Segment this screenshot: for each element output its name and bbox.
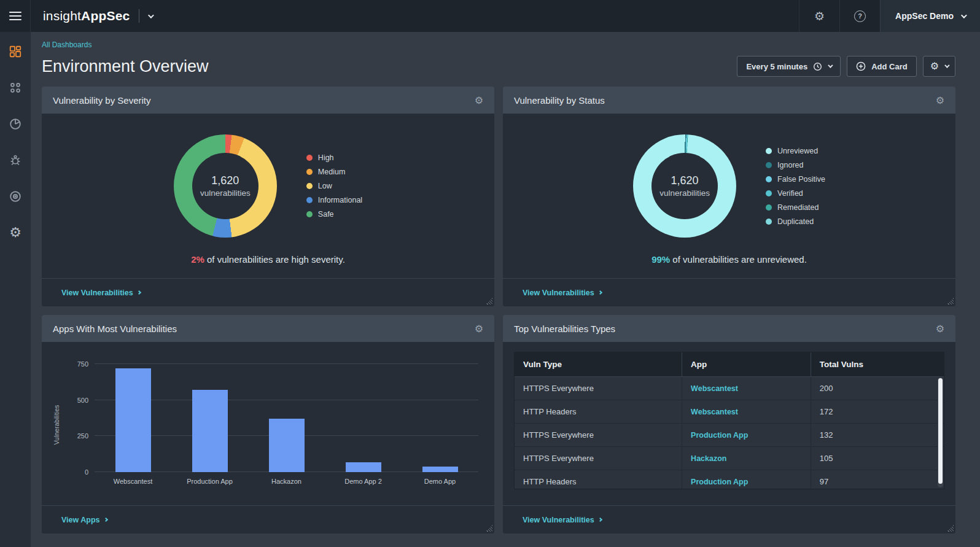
product-switcher[interactable]: insightAppSec: [31, 0, 165, 32]
chevron-right-icon: [598, 290, 602, 295]
app-link[interactable]: Webscantest: [691, 384, 738, 393]
legend-item: Informational: [306, 196, 362, 204]
x-tick-label: Demo App: [402, 478, 478, 485]
cell-app: Hackazon: [682, 447, 811, 470]
hamburger-menu-button[interactable]: [0, 0, 31, 32]
account-menu[interactable]: AppSec Demo: [880, 0, 980, 32]
donut-center: 1,620 vulnerabilities: [651, 153, 718, 219]
y-tick-label: 0: [85, 468, 88, 476]
legend-label: False Positive: [777, 175, 825, 184]
legend-item: Remediated: [766, 203, 825, 212]
card-body: 1,620 vulnerabilities UnreviewedIgnoredF…: [503, 114, 955, 278]
sidebar-item-targets[interactable]: [4, 185, 26, 208]
legend-dot-icon: [766, 219, 772, 225]
donut-chart-area: 1,620 vulnerabilities HighMediumLowInfor…: [42, 114, 494, 238]
legend-label: Duplicated: [777, 217, 814, 226]
vuln-table-body: HTTPS EverywhereWebscantest200HTTP Heade…: [515, 377, 944, 490]
card-settings-gear-icon[interactable]: ⚙: [475, 95, 483, 106]
refresh-interval-button[interactable]: Every 5 minutes: [737, 56, 841, 77]
card-title: Apps With Most Vulnerabilities: [53, 324, 177, 334]
status-legend: UnreviewedIgnoredFalse PositiveVerifiedR…: [766, 147, 825, 226]
bar-chart: Vulnerabilities 0250500750 WebscantestPr…: [95, 364, 478, 485]
sidebar: ⚙: [0, 32, 31, 547]
view-apps-link[interactable]: View Apps: [61, 516, 100, 524]
sidebar-item-vulnerabilities[interactable]: [4, 113, 26, 135]
breadcrumb[interactable]: All Dashboards: [42, 41, 91, 49]
help-icon: ?: [854, 10, 866, 22]
cell-total-vulns: 172: [811, 400, 944, 424]
sidebar-item-settings[interactable]: ⚙: [4, 222, 26, 244]
card-body: Vulnerabilities 0250500750 WebscantestPr…: [42, 342, 494, 505]
legend-item: False Positive: [766, 175, 825, 184]
table-row: HTTP HeadersWebscantest172: [515, 400, 944, 424]
dashboard-settings-button[interactable]: ⚙: [923, 56, 955, 77]
bar: [192, 390, 228, 472]
account-name: AppSec Demo: [895, 11, 954, 21]
clock-icon: [813, 62, 822, 71]
bars: [95, 364, 478, 472]
card-header: Vulnerability by Status ⚙: [503, 87, 955, 114]
y-tick-label: 250: [77, 432, 88, 440]
column-header: Vuln Type: [515, 352, 682, 377]
view-vulnerabilities-link[interactable]: View Vulnerabilities: [523, 516, 594, 524]
bar-slot: [325, 364, 402, 472]
legend-dot-icon: [306, 169, 313, 175]
app-link[interactable]: Production App: [691, 431, 748, 440]
app-link[interactable]: Webscantest: [691, 408, 738, 416]
y-axis-title: Vulnerabilities: [53, 405, 60, 444]
severity-legend: HighMediumLowInformationalSafe: [306, 153, 362, 219]
app-root: insightAppSec ⚙ ? AppSec Demo: [0, 0, 980, 547]
scrollbar-thumb[interactable]: [938, 378, 943, 484]
page-header: Environment Overview Every 5 minutes Add…: [31, 50, 980, 87]
sidebar-item-dashboards[interactable]: [4, 41, 26, 63]
donut-chart-area: 1,620 vulnerabilities UnreviewedIgnoredF…: [503, 114, 955, 238]
legend-dot-icon: [306, 155, 313, 161]
legend-item: High: [306, 153, 362, 162]
card-settings-gear-icon[interactable]: ⚙: [475, 323, 483, 335]
platform-settings-button[interactable]: ⚙: [799, 0, 839, 32]
cell-total-vulns: 132: [811, 424, 944, 447]
chevron-right-icon: [137, 290, 141, 295]
app-link[interactable]: Production App: [691, 478, 748, 486]
legend-item: Ignored: [766, 161, 825, 169]
legend-item: Duplicated: [766, 217, 825, 226]
pie-chart-icon: [9, 117, 22, 131]
column-header: Total Vulns: [811, 352, 944, 377]
chevron-down-icon: [147, 12, 154, 18]
cell-vuln-type: HTTPS Everywhere: [515, 377, 682, 400]
card-settings-gear-icon[interactable]: ⚙: [936, 95, 944, 106]
cell-app: Webscantest: [682, 377, 811, 400]
sidebar-item-scans[interactable]: [4, 149, 26, 171]
card-title: Top Vulnerabilities Types: [514, 324, 615, 334]
legend-item: Safe: [306, 210, 362, 219]
table-scrollbar[interactable]: [938, 378, 943, 487]
card-body: Vuln TypeAppTotal Vulns HTTPS Everywhere…: [503, 342, 955, 505]
product-logo: insightAppSec: [43, 9, 130, 23]
vuln-table: Vuln TypeAppTotal Vulns HTTPS Everywhere…: [515, 352, 944, 489]
sidebar-item-apps[interactable]: [4, 77, 26, 99]
dashboard-controls: Every 5 minutes Add Card ⚙: [737, 56, 955, 77]
bar: [422, 467, 458, 472]
chevron-down-icon: [828, 63, 833, 68]
card-settings-gear-icon[interactable]: ⚙: [936, 323, 944, 335]
x-tick-label: Webscantest: [95, 478, 171, 485]
card-header: Apps With Most Vulnerabilities ⚙: [42, 315, 494, 342]
help-button[interactable]: ?: [839, 0, 880, 32]
donut-center-value: 1,620: [211, 174, 239, 187]
table-row: HTTPS EverywhereWebscantest200: [515, 377, 944, 400]
chevron-down-icon: [961, 12, 967, 18]
cell-total-vulns: 200: [811, 377, 944, 400]
card-title: Vulnerability by Status: [514, 95, 605, 106]
cell-vuln-type: HTTPS Everywhere: [515, 424, 682, 447]
card-body: 1,620 vulnerabilities HighMediumLowInfor…: [42, 114, 494, 278]
y-tick-label: 500: [77, 397, 88, 404]
app-link[interactable]: Hackazon: [691, 454, 726, 463]
legend-dot-icon: [306, 211, 313, 217]
view-vulnerabilities-link[interactable]: View Vulnerabilities: [61, 289, 133, 297]
add-card-button[interactable]: Add Card: [847, 56, 917, 77]
view-vulnerabilities-link[interactable]: View Vulnerabilities: [523, 289, 594, 297]
legend-item: Verified: [766, 189, 825, 198]
severity-donut-chart: 1,620 vulnerabilities: [174, 134, 277, 238]
card-title: Vulnerability by Severity: [53, 95, 151, 106]
bug-icon: [9, 153, 22, 167]
